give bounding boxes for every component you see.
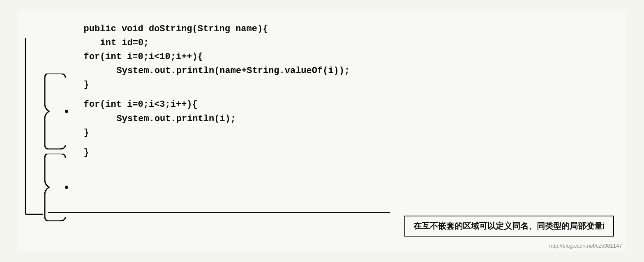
- main-container: public void doString(String name){ int i…: [18, 10, 626, 252]
- code-line-4: System.out.println(name+String.valueOf(i…: [84, 64, 610, 78]
- watermark: http://blog.csdn.net/czb381147: [549, 243, 622, 249]
- code-line-9: }: [84, 146, 610, 160]
- code-line-6: for(int i=0;i<3;i++){: [84, 98, 610, 112]
- code-area: public void doString(String name){ int i…: [35, 22, 610, 160]
- annotation-text: 在互不嵌套的区域可以定义同名、同类型的局部变量i: [413, 221, 605, 230]
- code-line-5: }: [84, 78, 610, 92]
- annotation-box: 在互不嵌套的区域可以定义同名、同类型的局部变量i: [404, 216, 614, 237]
- code-line-7: System.out.println(i);: [84, 112, 610, 126]
- code-line-3: for(int i=0;i<10;i++){: [84, 50, 610, 64]
- code-line-2: int id=0;: [84, 36, 610, 50]
- code-line-8: }: [84, 126, 610, 140]
- annotation-connector: [22, 211, 392, 213]
- svg-point-3: [65, 186, 68, 189]
- code-line-1: public void doString(String name){: [84, 22, 610, 36]
